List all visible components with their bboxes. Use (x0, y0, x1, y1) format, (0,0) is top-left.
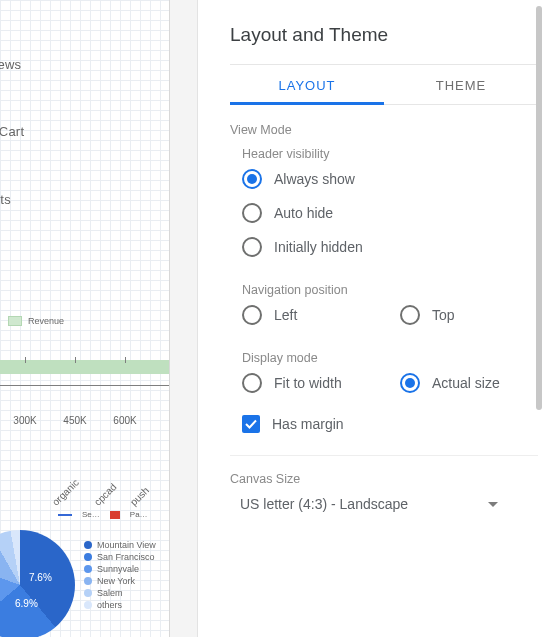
pie-graphic: 7.6% 6.9% (0, 530, 75, 637)
metric-value: 4K (0, 137, 130, 183)
radio-label: Auto hide (274, 205, 333, 221)
radio-icon (242, 203, 262, 223)
axis-tick-mark (25, 357, 26, 363)
pie-slice-percent: 7.6% (29, 572, 52, 583)
legend-item: Mountain View (97, 540, 156, 550)
metric-cards: ns 2K t Detail Views 9K t Adds To Cart 4… (0, 0, 130, 259)
radio-icon (242, 237, 262, 257)
axis-tick-mark (75, 357, 76, 363)
report-canvas-preview: ns 2K t Detail Views 9K t Adds To Cart 4… (0, 0, 170, 637)
checkbox-label: Has margin (272, 416, 344, 432)
header-visibility-group: Always show Auto hide Initially hidden (242, 169, 538, 257)
category-label: organic (50, 477, 81, 508)
radio-label: Fit to width (274, 375, 342, 391)
bar-chart-legend: Revenue (8, 316, 64, 326)
axis-tick-label: 600K (113, 415, 136, 426)
legend-dot-icon (84, 565, 92, 573)
select-value: US letter (4:3) - Landscape (240, 496, 408, 512)
metric-value: 2K (0, 3, 130, 49)
axis-tick-label: 450K (63, 415, 86, 426)
pie-legend: Mountain View San Francisco Sunnyvale Ne… (84, 540, 156, 612)
navigation-position-label: Navigation position (242, 283, 538, 297)
legend-dot-icon (84, 577, 92, 585)
radio-always-show[interactable]: Always show (242, 169, 538, 189)
box-swatch-icon (110, 511, 120, 519)
radio-icon (242, 169, 262, 189)
panel-tabs: LAYOUT THEME (230, 64, 538, 105)
radio-label: Actual size (432, 375, 500, 391)
category-label: cpcad (92, 481, 119, 508)
layout-theme-panel: Layout and Theme LAYOUT THEME View Mode … (198, 0, 542, 637)
category-label: push (128, 485, 151, 508)
radio-label: Top (432, 307, 455, 323)
navigation-position-group: Left Top (242, 305, 538, 325)
radio-label: Left (274, 307, 297, 323)
pie-slice-percent: 6.9% (15, 598, 38, 609)
panel-title: Layout and Theme (230, 24, 538, 46)
legend-item: Salem (97, 588, 123, 598)
axis-tick-mark (125, 357, 126, 363)
legend-label: Revenue (28, 316, 64, 326)
radio-auto-hide[interactable]: Auto hide (242, 203, 538, 223)
legend-item: others (97, 600, 122, 610)
radio-icon (400, 373, 420, 393)
legend-swatch-icon (8, 316, 22, 326)
line-swatch-icon (58, 514, 72, 516)
radio-label: Initially hidden (274, 239, 363, 255)
axis-tick-label: 300K (13, 415, 36, 426)
metric-value: 5K (0, 205, 130, 251)
radio-icon (400, 305, 420, 325)
bar-chart: 300K 450K 600K (0, 360, 170, 374)
radio-nav-left[interactable]: Left (242, 305, 380, 325)
section-view-mode-label: View Mode (230, 123, 538, 137)
tab-theme[interactable]: THEME (384, 65, 538, 104)
display-mode-label: Display mode (242, 351, 538, 365)
legend-item: New York (97, 576, 135, 586)
radio-actual-size[interactable]: Actual size (400, 373, 538, 393)
canvas-gutter (170, 0, 198, 637)
legend-dot-icon (84, 553, 92, 561)
section-divider (230, 455, 538, 456)
radio-fit-to-width[interactable]: Fit to width (242, 373, 380, 393)
radio-nav-top[interactable]: Top (400, 305, 538, 325)
radio-label: Always show (274, 171, 355, 187)
pie-chart: 7.6% 6.9% (0, 530, 75, 637)
canvas-size-select[interactable]: US letter (4:3) - Landscape (240, 496, 538, 512)
series-legend: Se… Pa… (58, 510, 148, 519)
chevron-down-icon (488, 502, 498, 507)
checkbox-has-margin[interactable]: Has margin (242, 415, 538, 433)
legend-dot-icon (84, 541, 92, 549)
display-mode-group: Fit to width Actual size (242, 373, 538, 393)
radio-icon (242, 305, 262, 325)
header-visibility-label: Header visibility (242, 147, 538, 161)
series-label: Se… (82, 510, 100, 519)
axis-line (0, 385, 170, 386)
legend-dot-icon (84, 601, 92, 609)
radio-initially-hidden[interactable]: Initially hidden (242, 237, 538, 257)
metric-value: 9K (0, 70, 130, 116)
section-canvas-size-label: Canvas Size (230, 472, 538, 486)
checkbox-icon (242, 415, 260, 433)
legend-dot-icon (84, 589, 92, 597)
series-label: Pa… (130, 510, 148, 519)
tab-layout[interactable]: LAYOUT (230, 65, 384, 104)
legend-item: Sunnyvale (97, 564, 139, 574)
radio-icon (242, 373, 262, 393)
legend-item: San Francisco (97, 552, 155, 562)
